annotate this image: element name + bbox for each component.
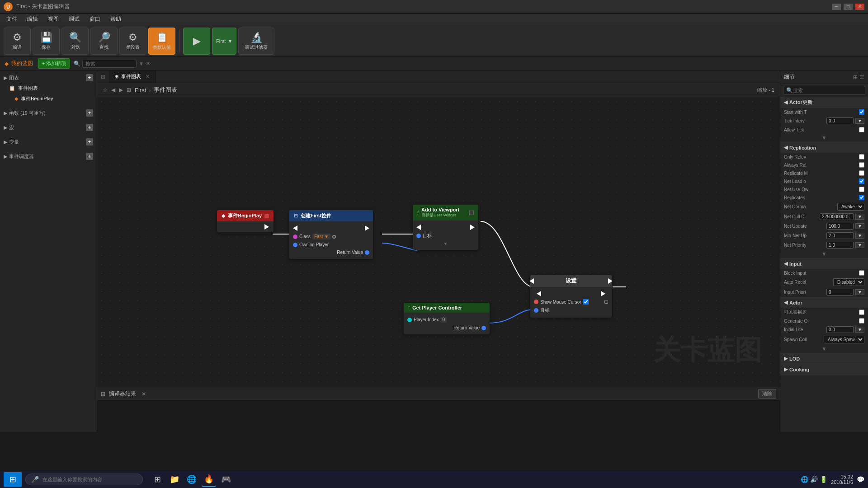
notification-icon[interactable]: 💬 (857, 476, 864, 483)
taskbar-widget-icon[interactable]: ⊞ (150, 472, 165, 487)
play-dropdown[interactable]: First ▼ (212, 28, 236, 55)
taskbar-browser-icon[interactable]: 🌐 (184, 472, 199, 487)
functions-add-button[interactable]: + (86, 109, 93, 117)
class-defaults-button[interactable]: 📋 类默认值 (148, 28, 175, 55)
initial-life-arrow[interactable]: ▼ (855, 327, 864, 333)
add-new-button[interactable]: + 添加新项 (38, 58, 70, 69)
start-with-tick-checkbox[interactable] (859, 109, 864, 115)
tick-interval-input[interactable] (826, 117, 854, 124)
my-blueprints-link[interactable]: ◆ 我的蓝图 (0, 58, 38, 69)
maximize-button[interactable]: □ (844, 4, 853, 10)
graphs-section-header[interactable]: ▶ 图表 + (0, 72, 97, 83)
min-net-input[interactable] (826, 232, 854, 239)
right-search-input[interactable] (793, 88, 862, 93)
taskbar-extra-icon[interactable]: 🎮 (219, 472, 233, 487)
breadcrumb-event-graph[interactable]: 事件图表 (154, 86, 177, 94)
set-node[interactable]: 设置 Show Mouse Cursor (530, 275, 612, 318)
tick-interval-arrow[interactable]: ▼ (855, 118, 864, 124)
actor-update-expand-btn[interactable]: ▼ (821, 135, 827, 141)
input-priority-input[interactable] (826, 289, 854, 296)
net-priority-arrow[interactable]: ▼ (855, 242, 864, 248)
actor-update-header[interactable]: ◀ Actor更新 (780, 97, 868, 108)
replication-header[interactable]: ◀ Replication (780, 142, 868, 153)
damageable-checkbox[interactable] (859, 310, 864, 315)
compile-button[interactable]: ⚙ 编译 (4, 28, 31, 55)
replicate-m-checkbox[interactable] (859, 170, 864, 176)
variables-add-button[interactable]: + (86, 138, 93, 145)
details-grid-icon[interactable]: ⊞ (853, 74, 858, 80)
macros-add-button[interactable]: + (86, 124, 93, 131)
window-controls[interactable]: ─ □ ✕ (832, 4, 864, 10)
back-icon[interactable]: ◀ (111, 87, 115, 93)
volume-icon[interactable]: 🔊 (810, 476, 818, 483)
class-settings-button[interactable]: ⚙ 类设置 (119, 28, 146, 55)
taskbar-mic-icon[interactable]: 🎤 (31, 476, 39, 483)
actor-expand-btn[interactable]: ▼ (821, 346, 827, 352)
functions-section-header[interactable]: ▶ 函数 (19 可重写) + (0, 108, 97, 118)
taskbar-folder-icon[interactable]: 📁 (167, 472, 182, 487)
browse-button[interactable]: 🔍 浏览 (61, 28, 89, 55)
right-search-bar[interactable]: 🔍 (783, 86, 865, 95)
menu-view[interactable]: 视图 (43, 14, 63, 24)
create-widget-node[interactable]: ⊞ 创建First控件 Class First ▼ (289, 210, 373, 259)
replication-expand-btn[interactable]: ▼ (821, 251, 827, 257)
generate-checkbox[interactable] (859, 318, 864, 324)
net-use-checkbox[interactable] (859, 187, 864, 192)
auto-receive-select[interactable]: Disabled (833, 278, 864, 286)
blueprint-canvas[interactable]: ◆ 事件BeginPlay ⊞ 创建First控件 (97, 97, 780, 387)
net-cull-arrow[interactable]: ▼ (855, 214, 864, 220)
begin-play-node[interactable]: ◆ 事件BeginPlay (217, 210, 274, 232)
minimize-button[interactable]: ─ (832, 4, 841, 10)
taskbar-search-bar[interactable]: 🎤 (25, 474, 143, 485)
menu-window[interactable]: 窗口 (85, 14, 105, 24)
taskbar-ue4-icon[interactable]: 🔥 (202, 472, 216, 487)
net-update-input[interactable] (826, 223, 854, 230)
allow-tick-checkbox[interactable] (859, 127, 864, 132)
network-icon[interactable]: 🌐 (801, 476, 808, 483)
tab-close-icon[interactable]: ✕ (146, 74, 150, 80)
get-player-controller-node[interactable]: f Get Player Controller Player Index 0 R… (404, 303, 490, 334)
play-button[interactable]: ▶ (183, 28, 210, 55)
menu-help[interactable]: 帮助 (106, 14, 126, 24)
net-priority-input[interactable] (826, 242, 854, 249)
top-search-input[interactable] (82, 60, 137, 68)
net-dorma-select[interactable]: Awake (837, 203, 864, 211)
top-search-bar[interactable]: 🔍 ▼ 👁 (70, 60, 155, 68)
block-input-checkbox[interactable] (859, 270, 864, 276)
menu-debug[interactable]: 调试 (64, 14, 84, 24)
add-viewport-node[interactable]: f Add to Viewport 目标是User Widget 目标 (413, 205, 478, 250)
compiler-close-icon[interactable]: ✕ (142, 391, 146, 397)
clear-compiler-button[interactable]: 清除 (758, 389, 776, 399)
graphs-add-button[interactable]: + (86, 74, 93, 81)
breadcrumb-first[interactable]: First (135, 87, 146, 94)
input-header[interactable]: ◀ Input (780, 258, 868, 269)
cooking-header[interactable]: ▶ Cooking (780, 364, 868, 375)
replicates-checkbox[interactable] (859, 195, 864, 200)
details-list-icon[interactable]: ☰ (859, 74, 864, 80)
initial-life-input[interactable] (826, 326, 854, 333)
begin-play-item[interactable]: ◆ 事件BeginPlay (0, 94, 97, 104)
macros-section-header[interactable]: ▶ 宏 + (0, 122, 97, 133)
menu-file[interactable]: 文件 (2, 14, 22, 24)
taskbar-search-input[interactable] (42, 477, 137, 482)
variables-section-header[interactable]: ▶ 变量 + (0, 136, 97, 147)
forward-icon[interactable]: ▶ (119, 87, 123, 93)
battery-icon[interactable]: 🔋 (820, 476, 827, 483)
net-load-checkbox[interactable] (859, 178, 864, 184)
debug-filter-button[interactable]: 🔬 调试过滤器 (238, 28, 274, 55)
event-graph-tab[interactable]: ⊞ 事件图表 ✕ (109, 70, 156, 83)
show-cursor-checkbox[interactable] (583, 299, 589, 305)
start-button[interactable]: ⊞ (4, 472, 22, 487)
dispatchers-add-button[interactable]: + (86, 153, 93, 160)
menu-edit[interactable]: 编辑 (23, 14, 42, 24)
always-rel-checkbox[interactable] (859, 162, 864, 168)
actor-header[interactable]: ◀ Actor (780, 297, 868, 308)
min-net-arrow[interactable]: ▼ (855, 233, 864, 239)
close-button[interactable]: ✕ (855, 4, 864, 10)
find-button[interactable]: 🔎 查找 (90, 28, 118, 55)
lod-header[interactable]: ▶ LOD (780, 353, 868, 364)
only-relev-checkbox[interactable] (859, 154, 864, 160)
input-priority-arrow[interactable]: ▼ (855, 289, 864, 295)
net-cull-input[interactable] (820, 213, 854, 220)
star-icon[interactable]: ☆ (103, 87, 108, 93)
